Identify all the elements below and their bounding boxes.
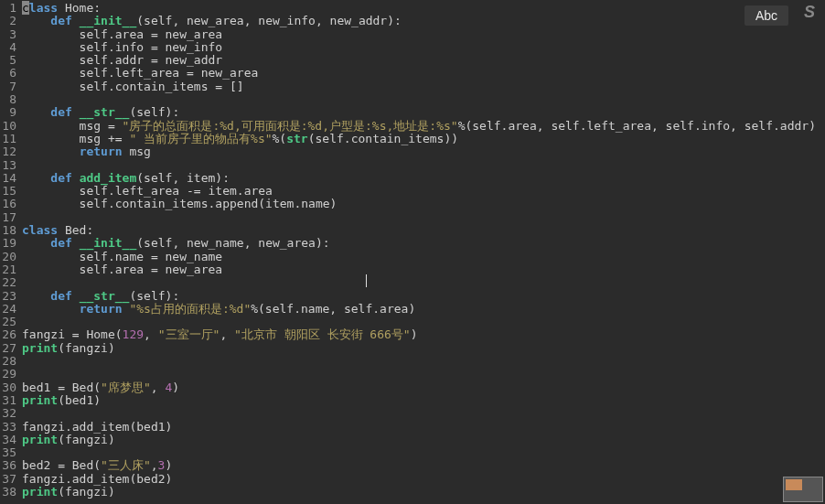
line-number: 37: [0, 473, 20, 486]
line-number: 15: [0, 185, 20, 198]
code-line[interactable]: [22, 211, 825, 224]
code-line[interactable]: def add_item(self, item):: [22, 172, 825, 185]
line-number: 12: [0, 145, 20, 158]
line-number: 3: [0, 28, 20, 41]
code-line[interactable]: print(fangzi): [22, 486, 825, 499]
code-line[interactable]: fangzi.add_item(bed1): [22, 421, 825, 434]
line-number: 19: [0, 237, 20, 250]
code-line[interactable]: bed2 = Bed("三人床",3): [22, 459, 825, 472]
code-line[interactable]: self.contain_items.append(item.name): [22, 198, 825, 210]
line-number: 28: [0, 355, 20, 368]
code-line[interactable]: [22, 316, 825, 328]
line-number: 25: [0, 316, 20, 328]
line-number: 9: [0, 106, 20, 119]
line-number: 17: [0, 211, 20, 224]
line-number: 7: [0, 80, 20, 93]
code-line[interactable]: msg += " 当前房子里的物品有%s"%(str(self.contain_…: [22, 133, 825, 145]
code-line[interactable]: self.left_area = new_area: [22, 67, 825, 80]
code-line[interactable]: class Bed:: [22, 224, 825, 237]
line-number: 20: [0, 251, 20, 263]
line-number: 38: [0, 486, 20, 499]
line-number-gutter: 1234567891011121314151617181920212223242…: [0, 0, 20, 504]
ime-badge: Abc: [745, 5, 788, 26]
line-number: 1: [0, 2, 20, 15]
line-number: 10: [0, 120, 20, 133]
text-cursor: [366, 274, 367, 287]
code-editor[interactable]: 1234567891011121314151617181920212223242…: [0, 0, 825, 504]
code-line[interactable]: [22, 407, 825, 420]
app-logo-icon: S: [799, 5, 820, 26]
code-line[interactable]: [22, 446, 825, 459]
code-line[interactable]: fangzi.add_item(bed2): [22, 473, 825, 486]
line-number: 36: [0, 459, 20, 472]
line-number: 23: [0, 290, 20, 303]
code-line[interactable]: class Home:: [22, 2, 825, 15]
code-line[interactable]: def __str__(self):: [22, 106, 825, 119]
line-number: 22: [0, 276, 20, 289]
thumbnail-preview: [783, 477, 823, 502]
line-number: 33: [0, 421, 20, 434]
code-line[interactable]: def __init__(self, new_name, new_area):: [22, 237, 825, 250]
line-number: 27: [0, 342, 20, 355]
line-number: 5: [0, 54, 20, 67]
code-line[interactable]: [22, 93, 825, 106]
line-number: 18: [0, 224, 20, 237]
line-number: 8: [0, 93, 20, 106]
code-line[interactable]: def __str__(self):: [22, 290, 825, 303]
code-line[interactable]: self.area = new_area: [22, 28, 825, 41]
code-line[interactable]: self.info = new_info: [22, 41, 825, 54]
code-line[interactable]: self.contain_items = []: [22, 80, 825, 93]
code-line[interactable]: self.addr = new_addr: [22, 54, 825, 67]
line-number: 21: [0, 263, 20, 276]
code-line[interactable]: self.name = new_name: [22, 251, 825, 263]
code-line[interactable]: [22, 368, 825, 381]
line-number: 26: [0, 328, 20, 341]
code-line[interactable]: self.left_area -= item.area: [22, 185, 825, 198]
code-line[interactable]: print(bed1): [22, 394, 825, 407]
code-line[interactable]: [22, 355, 825, 368]
line-number: 11: [0, 133, 20, 145]
code-line[interactable]: [22, 159, 825, 172]
line-number: 24: [0, 303, 20, 316]
line-number: 30: [0, 381, 20, 394]
line-number: 6: [0, 67, 20, 80]
line-number: 34: [0, 434, 20, 446]
line-number: 32: [0, 407, 20, 420]
code-line[interactable]: fangzi = Home(129, "三室一厅", "北京市 朝阳区 长安街 …: [22, 328, 825, 341]
line-number: 29: [0, 368, 20, 381]
code-line[interactable]: self.area = new_area: [22, 263, 825, 276]
code-line[interactable]: msg = "房子的总面积是:%d,可用面积是:%d,户型是:%s,地址是:%s…: [22, 120, 825, 133]
line-number: 4: [0, 41, 20, 54]
code-line[interactable]: print(fangzi): [22, 434, 825, 446]
line-number: 35: [0, 446, 20, 459]
code-line[interactable]: def __init__(self, new_area, new_info, n…: [22, 15, 825, 27]
code-line[interactable]: return msg: [22, 145, 825, 158]
line-number: 2: [0, 15, 20, 27]
line-number: 14: [0, 172, 20, 185]
code-line[interactable]: [22, 276, 825, 289]
line-number: 13: [0, 159, 20, 172]
code-line[interactable]: bed1 = Bed("席梦思", 4): [22, 381, 825, 394]
code-line[interactable]: return "%s占用的面积是:%d"%(self.name, self.ar…: [22, 303, 825, 316]
line-number: 31: [0, 394, 20, 407]
code-area[interactable]: class Home: def __init__(self, new_area,…: [20, 0, 825, 504]
line-number: 16: [0, 198, 20, 210]
code-line[interactable]: print(fangzi): [22, 342, 825, 355]
